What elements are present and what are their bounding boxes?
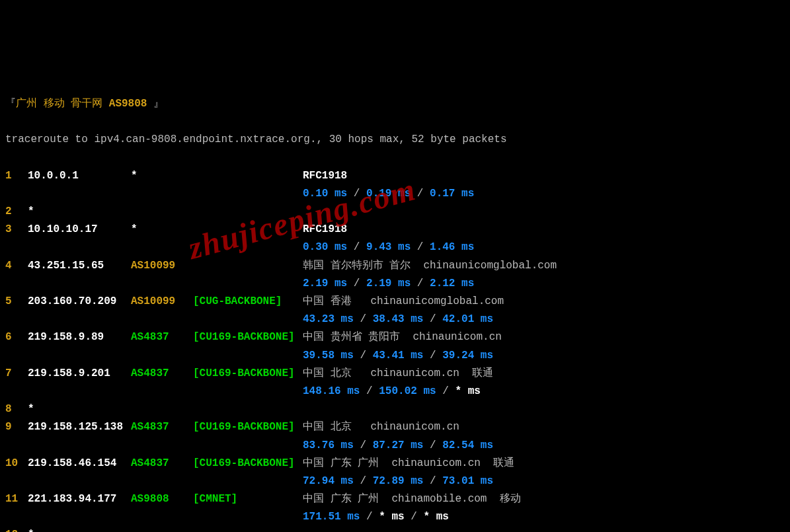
- latency-value: 171.51 ms: [303, 511, 360, 523]
- latency-separator: /: [360, 511, 379, 523]
- hop-row: 6219.158.9.89AS4837[CU169-BACKBONE]中国 贵州…: [5, 328, 785, 346]
- latency-separator: /: [405, 511, 424, 523]
- hop-number: 12: [5, 526, 28, 532]
- hop-netname: [CU169-BACKBONE]: [193, 455, 303, 473]
- hop-row: 8*: [5, 400, 785, 418]
- hop-row: 443.251.15.65AS10099韩国 首尔特别市 首尔 chinauni…: [5, 257, 785, 275]
- hop-asn: AS9808: [131, 490, 193, 508]
- latency-separator: /: [411, 188, 430, 200]
- header-location: 广州 移动 骨干网: [16, 98, 102, 110]
- hop-location: RFC1918: [303, 223, 347, 235]
- hop-number: 8: [5, 400, 28, 418]
- latency-separator: /: [354, 350, 373, 361]
- hop-ip: 219.158.125.138: [28, 418, 131, 436]
- latency-value: 0.19 ms: [366, 188, 411, 200]
- latency-value: 43.41 ms: [373, 350, 424, 361]
- hop-row: 5203.160.70.209AS10099[CUG-BACKBONE]中国 香…: [5, 293, 785, 311]
- hop-location: 中国 北京 chinaunicom.cn 联通: [303, 367, 493, 379]
- hop-asn: *: [131, 167, 193, 185]
- hop-number: 4: [5, 257, 28, 275]
- bracket-open: 『: [5, 98, 16, 110]
- bracket-close: 』: [153, 98, 164, 110]
- latency-separator: /: [354, 439, 373, 451]
- hop-latency-row: 0.30 ms / 9.43 ms / 1.46 ms: [5, 239, 785, 256]
- hop-ip: 219.158.46.154: [28, 455, 131, 473]
- hop-number: 7: [5, 365, 28, 383]
- latency-value: 87.27 ms: [373, 439, 424, 451]
- latency-separator: /: [360, 385, 379, 397]
- hop-ip: 43.251.15.65: [28, 257, 131, 275]
- hop-ip: 203.160.70.209: [28, 293, 131, 311]
- latency-value: * ms: [423, 511, 448, 523]
- hop-number: 11: [5, 490, 28, 508]
- latency-separator: /: [423, 475, 442, 487]
- latency-value: 42.01 ms: [442, 313, 493, 325]
- latency-value: 1.46 ms: [430, 241, 474, 253]
- latency-value: 148.16 ms: [303, 385, 360, 397]
- hop-location: 中国 广东 广州 chinamobile.com 移动: [303, 493, 521, 505]
- hop-netname: [CU169-BACKBONE]: [193, 365, 303, 383]
- latency-value: * ms: [379, 511, 404, 523]
- latency-separator: /: [347, 188, 366, 200]
- hop-number: 10: [5, 455, 28, 473]
- latency-value: 39.24 ms: [442, 350, 493, 361]
- latency-separator: /: [423, 439, 442, 451]
- latency-value: 0.30 ms: [303, 241, 347, 253]
- hop-number: 2: [5, 203, 28, 221]
- hop-asn: *: [131, 221, 193, 239]
- hop-row: 310.10.10.17*RFC1918: [5, 221, 785, 239]
- latency-value: 73.01 ms: [442, 475, 493, 487]
- hop-number: 3: [5, 221, 28, 239]
- hop-row: 7219.158.9.201AS4837[CU169-BACKBONE]中国 北…: [5, 365, 785, 383]
- hops-container: 110.0.0.1*RFC19180.10 ms / 0.19 ms / 0.1…: [5, 167, 785, 532]
- latency-value: 0.10 ms: [303, 188, 347, 200]
- hop-row: 110.0.0.1*RFC1918: [5, 167, 785, 185]
- hop-netname: [CU169-BACKBONE]: [193, 328, 303, 346]
- hop-latency-row: 39.58 ms / 43.41 ms / 39.24 ms: [5, 347, 785, 365]
- latency-value: 2.19 ms: [366, 278, 411, 289]
- hop-asn: AS10099: [131, 293, 193, 311]
- latency-value: 82.54 ms: [442, 439, 493, 451]
- hop-number: 6: [5, 328, 28, 346]
- latency-value: 72.94 ms: [303, 475, 354, 487]
- latency-value: * ms: [455, 385, 480, 397]
- latency-separator: /: [347, 241, 366, 253]
- hop-ip: 10.0.0.1: [28, 167, 131, 185]
- latency-value: 0.17 ms: [430, 188, 474, 200]
- latency-value: 150.02 ms: [379, 385, 436, 397]
- hop-asn: AS4837: [131, 328, 193, 346]
- command-line: traceroute to ipv4.can-9808.endpoint.nxt…: [5, 131, 785, 149]
- hop-location: 韩国 首尔特别市 首尔 chinaunicomglobal.com: [303, 260, 557, 272]
- hop-asn: AS4837: [131, 365, 193, 383]
- hop-ip: 219.158.9.201: [28, 365, 131, 383]
- hop-latency-row: 83.76 ms / 87.27 ms / 82.54 ms: [5, 437, 785, 455]
- hop-latency-row: 148.16 ms / 150.02 ms / * ms: [5, 383, 785, 400]
- hop-ip: *: [28, 203, 131, 221]
- hop-number: 1: [5, 167, 28, 185]
- hop-ip: 10.10.10.17: [28, 221, 131, 239]
- header-as: AS9808: [109, 98, 147, 110]
- hop-location: 中国 贵州省 贵阳市 chinaunicom.cn: [303, 331, 502, 343]
- latency-value: 38.43 ms: [373, 313, 424, 325]
- hop-ip: 221.183.94.177: [28, 490, 131, 508]
- hop-netname: [CUG-BACKBONE]: [193, 293, 303, 311]
- latency-value: 2.12 ms: [430, 278, 474, 289]
- latency-separator: /: [423, 313, 442, 325]
- hop-location: 中国 北京 chinaunicom.cn: [303, 421, 459, 433]
- latency-separator: /: [436, 385, 455, 397]
- hop-row: 10219.158.46.154AS4837[CU169-BACKBONE]中国…: [5, 455, 785, 473]
- latency-separator: /: [411, 278, 430, 289]
- hop-number: 5: [5, 293, 28, 311]
- hop-asn: AS10099: [131, 257, 193, 275]
- hop-number: 9: [5, 418, 28, 436]
- hop-asn: AS4837: [131, 418, 193, 436]
- hop-latency-row: 0.10 ms / 0.19 ms / 0.17 ms: [5, 185, 785, 203]
- latency-value: 39.58 ms: [303, 350, 354, 361]
- latency-value: 83.76 ms: [303, 439, 354, 451]
- hop-asn: AS4837: [131, 455, 193, 473]
- hop-location: RFC1918: [303, 170, 347, 182]
- hop-row: 12*: [5, 526, 785, 532]
- latency-value: 2.19 ms: [303, 278, 347, 289]
- latency-separator: /: [354, 313, 373, 325]
- hop-ip: *: [28, 400, 131, 418]
